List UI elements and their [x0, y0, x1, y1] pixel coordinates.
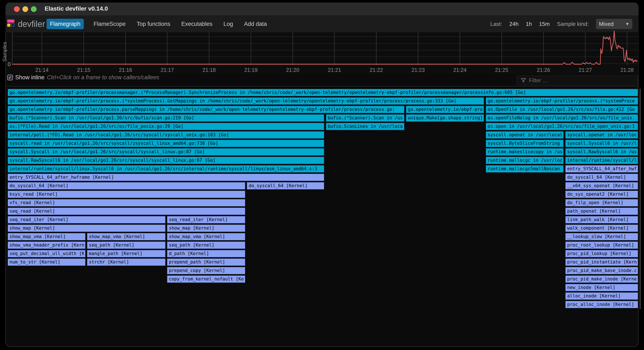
- flame-frame[interactable]: __x64_sys_openat [Kernel]: [565, 182, 638, 190]
- flame-frame[interactable]: __lookup_slow [Kernel]: [565, 233, 638, 241]
- flame-frame[interactable]: unique.Make[go.shape.string]: [406, 114, 484, 122]
- range-15m[interactable]: 15m: [539, 21, 550, 27]
- chevron-down-icon: ▼: [625, 22, 630, 27]
- tab-flamegraph[interactable]: Flamegraph: [46, 19, 84, 29]
- flame-frame[interactable]: syscall.openat in /usr/loc: [565, 131, 638, 139]
- flame-frame[interactable]: os.open in /usr/local/go1.26/src/os/file…: [486, 122, 638, 130]
- x-tick-label: 21:19: [239, 67, 263, 73]
- flame-frame[interactable]: go.opentelemetry.io/ebpf-pro: [406, 106, 484, 113]
- zoom-button[interactable]: [31, 6, 36, 12]
- flame-frame[interactable]: runtime.makeslicecopy in /us: [486, 148, 564, 156]
- flame-frame[interactable]: proc_pid_lookup [Kernel]: [565, 250, 638, 258]
- flame-frame[interactable]: mangle_path [Kernel]: [87, 250, 166, 258]
- flame-frame[interactable]: internal/runtime/syscall/linux.Syscall6 …: [8, 165, 324, 173]
- flame-frame[interactable]: bufio.ScanLines in /usr/loca: [326, 122, 405, 130]
- flame-frame[interactable]: proc_pid_make_base_inode.c: [565, 267, 638, 275]
- flame-frame[interactable]: go.opentelemetry.io/ebpf-profiler/proces…: [486, 97, 638, 105]
- frame-hint-text: Ctrl+Click on a frame to show callers/ca…: [47, 74, 159, 81]
- flame-frame[interactable]: do_filp_open [Kernel]: [565, 199, 638, 207]
- flame-frame[interactable]: d_path [Kernel]: [167, 250, 246, 258]
- x-tick-label: 21:14: [30, 67, 54, 73]
- flame-frame[interactable]: syscall.Syscall6 in /usr/l: [565, 139, 638, 147]
- flame-frame[interactable]: show_vma_header_prefix [Kern: [8, 241, 86, 249]
- x-tick-label: 21:26: [532, 67, 555, 73]
- x-tick-label: 21:16: [114, 67, 137, 73]
- x-tick-label: 21:24: [448, 67, 472, 73]
- flame-frame[interactable]: seq_put_decimal_ull_width [K: [8, 250, 86, 258]
- flame-frame[interactable]: bufio.(*Scanner).Scan in /usr/local/go1.…: [8, 114, 324, 122]
- flame-frame[interactable]: internal/poll.(*FD).Read in /usr/local/g…: [8, 131, 324, 139]
- minimize-button[interactable]: [22, 6, 28, 12]
- chart-y-zero-label: 0: [8, 61, 10, 68]
- x-tick-label: 21:20: [281, 67, 304, 73]
- tab-executables[interactable]: Executables: [180, 19, 214, 29]
- flame-frame[interactable]: prepend_copy [Kernel]: [167, 267, 246, 275]
- flame-frame[interactable]: seq_read_iter [Kernel]: [8, 216, 166, 224]
- flame-frame[interactable]: do_syscall_64 [Kernel]: [565, 173, 638, 181]
- flame-frame[interactable]: do_syscall_64 [Kernel]: [8, 182, 246, 190]
- flame-frame[interactable]: syscall.RawSyscall6 in /us: [565, 148, 638, 156]
- flame-frame[interactable]: walk_component [Kernel]: [565, 224, 638, 232]
- flame-frame[interactable]: vfs_read [Kernel]: [8, 199, 246, 207]
- sample-kind-select[interactable]: Mixed ▼: [596, 19, 632, 29]
- flame-frame[interactable]: show_map [Kernel]: [167, 224, 246, 232]
- flame-frame[interactable]: show_map_vma [Kernel]: [167, 233, 246, 241]
- flame-frame[interactable]: proc_root_lookup [Kernel]: [565, 241, 638, 249]
- flame-frame[interactable]: do_syscall_64 [Kernel]: [246, 182, 324, 190]
- chart-y-axis-label: Samples: [2, 39, 8, 64]
- flame-frame[interactable]: runtime.mallocgcSmallNoscan: [486, 165, 564, 173]
- x-tick-label: 21:25: [490, 67, 514, 73]
- close-button[interactable]: [14, 6, 20, 12]
- flame-frame[interactable]: go.opentelemetry.io/ebpf-profiler/proces…: [8, 106, 405, 113]
- flame-frame[interactable]: os.openFileNolog in /usr/local/go1.26/sr…: [486, 114, 638, 122]
- flame-frame[interactable]: seq_path [Kernel]: [167, 241, 246, 249]
- time-range-options: 24h1h15m: [510, 21, 550, 27]
- flame-frame[interactable]: do_sys_openat2 [Kernel]: [565, 190, 638, 198]
- flame-frame[interactable]: seq_read [Kernel]: [8, 207, 246, 215]
- tab-top-functions[interactable]: Top functions: [136, 19, 172, 29]
- flame-frame[interactable]: go.opentelemetry.io/ebpf-profiler/proces…: [8, 89, 638, 96]
- flame-frame[interactable]: show_map_vma [Kernel]: [87, 233, 166, 241]
- flame-frame[interactable]: syscall.Syscall in /usr/local/go1.26/src…: [8, 148, 324, 156]
- flame-frame[interactable]: entry_SYSCALL_64_after_hwf: [565, 165, 638, 173]
- flame-frame[interactable]: proc_pid_instantiate [Kern: [565, 258, 638, 266]
- flame-frame[interactable]: syscall.read in /usr/local/go1.26/src/sy…: [8, 139, 324, 147]
- flame-frame[interactable]: syscall.ByteSliceFromString: [486, 139, 564, 147]
- flame-frame[interactable]: runtime.mallocgc in /usr/loc: [486, 156, 564, 164]
- flame-frame[interactable]: syscall.RawSyscall6 in /usr/local/go1.26…: [8, 156, 324, 164]
- flame-frame[interactable]: num_to_str [Kernel]: [8, 258, 86, 266]
- flame-frame[interactable]: go.opentelemetry.io/ebpf-profiler/proces…: [8, 97, 484, 105]
- tab-add-data[interactable]: Add data: [243, 19, 268, 29]
- tab-flamescope[interactable]: FlameScope: [92, 19, 127, 29]
- flame-frame[interactable]: new_inode [Kernel]: [565, 284, 638, 291]
- flame-frame[interactable]: show_map [Kernel]: [8, 224, 166, 232]
- flame-frame[interactable]: syscall.openat in /usr/local: [486, 131, 564, 139]
- flame-frame[interactable]: show_map_vma [Kernel]: [8, 233, 86, 241]
- flame-frame[interactable]: seq_path [Kernel]: [87, 241, 166, 249]
- flame-frame[interactable]: strchr [Kernel]: [87, 258, 166, 266]
- flame-frame[interactable]: seq_read_iter [Kernel]: [167, 216, 246, 224]
- devfiler-logo-icon: [7, 20, 15, 27]
- range-24h[interactable]: 24h: [510, 21, 518, 27]
- flame-frame[interactable]: prepend_path [Kernel]: [167, 258, 246, 266]
- flame-frame[interactable]: path_openat [Kernel]: [565, 207, 638, 215]
- range-1h[interactable]: 1h: [526, 21, 532, 27]
- flame-frame[interactable]: proc_alloc_inode [Kernel]: [565, 301, 638, 308]
- x-tick-label: 21:28: [616, 67, 639, 73]
- flame-frame[interactable]: bufio.(*Scanner).Scan in /us: [326, 114, 405, 122]
- flame-frame[interactable]: copy_from_kernel_nofault [Ke: [167, 275, 246, 283]
- flame-frame[interactable]: proc_pid_make_inode [Kerne: [565, 275, 638, 283]
- tab-log[interactable]: Log: [222, 19, 234, 29]
- flamegraph-scrollbar[interactable]: [640, 89, 640, 309]
- flame-frame[interactable]: entry_SYSCALL_64_after_hwframe [Kernel]: [8, 173, 324, 181]
- devfiler-app: Elastic devfiler v0.14.0 devfiler Flameg…: [0, 0, 644, 350]
- flame-frame[interactable]: os.OpenFile in /usr/local/go1.26/src/os/…: [486, 106, 638, 113]
- x-tick-label: 21:18: [198, 67, 221, 73]
- flame-frame[interactable]: link_path_walk [Kernel]: [565, 216, 638, 224]
- flame-frame[interactable]: internal/runtime/syscall/l: [565, 156, 638, 164]
- show-inline-checkbox[interactable]: ✓: [7, 75, 13, 80]
- filter-input[interactable]: [516, 75, 638, 85]
- flame-frame[interactable]: os.(*File).Read in /usr/local/go1.26/src…: [8, 122, 324, 130]
- flame-frame[interactable]: alloc_inode [Kernel]: [565, 292, 638, 300]
- flame-frame[interactable]: ksys_read [Kernel]: [8, 190, 246, 198]
